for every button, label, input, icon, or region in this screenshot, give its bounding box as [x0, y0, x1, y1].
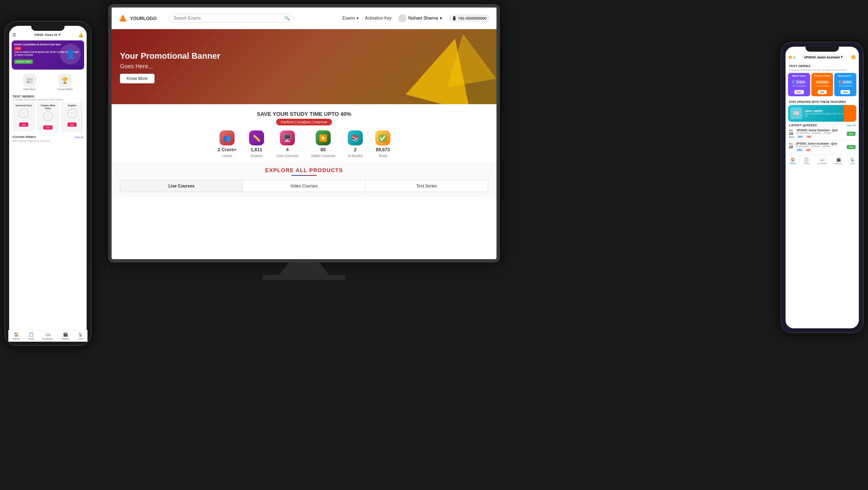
- tab-video-courses[interactable]: Video Courses: [243, 180, 365, 192]
- activation-key-nav[interactable]: Activation Key: [365, 16, 392, 20]
- users-icon: 👥: [219, 130, 234, 145]
- test-series-cards: Sectional Tests ○ Start Chapter Wise Tes…: [12, 102, 83, 132]
- enroll-button[interactable]: ENROLL NOW: [14, 60, 33, 64]
- left-phone: ☰ CBSE Class IX ▾ 🔔 START LEARNING IN IN…: [4, 21, 92, 346]
- live-courses-label: Live Courses: [277, 154, 299, 158]
- user-area[interactable]: Nishant Sharma ▾: [398, 14, 442, 22]
- rp-daily-news-accent: [844, 105, 856, 122]
- mock-tests-start-button[interactable]: Start: [794, 90, 804, 94]
- chevron-down-icon: ▾: [841, 55, 843, 59]
- chapter-start-button[interactable]: Start: [43, 125, 53, 130]
- exams-icon: ✏️: [249, 130, 264, 145]
- logo-icon: [118, 13, 128, 23]
- banner-decoration: [372, 29, 496, 104]
- know-more-button[interactable]: Know More: [120, 74, 155, 83]
- rp-view-all[interactable]: View All: [847, 124, 856, 127]
- explore-title: EXPLORE ALL PRODUCTS: [120, 167, 488, 173]
- quiz-2-start-button[interactable]: Start: [847, 145, 856, 149]
- avatar: [398, 14, 407, 22]
- english-card[interactable]: English ○ Start: [61, 102, 83, 132]
- phone-bottom-nav: 🏠 Home 📋 Tests 📖 E-Library 🎬 Videos 📡: [9, 330, 87, 341]
- chapter-wise-card[interactable]: Chapter Wise Tests ○ Start: [37, 102, 59, 132]
- current-affairs-header: Current Affairs View all: [9, 133, 87, 140]
- rp-practice-tests-card[interactable]: Practice Tests 🟡 34 Tests 0% Completed S…: [811, 73, 833, 96]
- website-content: YOURLOGO 🔍 Exams ▾ Activation Key Nishan…: [112, 8, 496, 259]
- stat-ebooks: 📚 2 E-Books: [348, 130, 363, 158]
- monitor-stand: [279, 262, 329, 275]
- nav-elibrary[interactable]: 📖 E-Library: [43, 332, 53, 340]
- sectional-start-button[interactable]: Start: [841, 90, 850, 94]
- rp-nav-tests[interactable]: 📋 Tests: [804, 158, 809, 165]
- monitor-container: YOURLOGO 🔍 Exams ▾ Activation Key Nishan…: [108, 4, 500, 288]
- quiz-item-2: May 28 UPSSSC Junior Assistant - Quiz 20…: [789, 140, 856, 154]
- english-progress-circle: ○: [67, 108, 77, 118]
- practice-tests-start-button[interactable]: Start: [818, 90, 827, 94]
- rp-sectional-card[interactable]: Sectional T... 🔴 21 Tests 0% Completed S…: [834, 73, 856, 96]
- rp-videos-icon: 🎬: [836, 158, 841, 162]
- stat-exams: ✏️ 1,611 Exams: [249, 130, 264, 158]
- rp-latest-quizzes: LATEST QUIZZES View All May 29 2024: [786, 122, 859, 155]
- chevron-down-icon: ▾: [59, 33, 60, 37]
- notification-icon[interactable]: 🔔: [78, 32, 83, 37]
- nav-home[interactable]: 🏠 Home: [13, 332, 20, 340]
- rp-mock-tests-card[interactable]: Mock Tests 🔵 14 Tests 0% Completed Start: [788, 73, 810, 96]
- sectional-progress-circle: ○: [19, 108, 29, 118]
- current-affairs-item[interactable]: 🏆 Current Affairs: [57, 74, 73, 90]
- ebooks-label: E-Books: [348, 154, 362, 158]
- banner-shape-2: [438, 29, 496, 87]
- exam-selector[interactable]: CBSE Class IX ▾: [34, 33, 60, 37]
- rp-nav-live[interactable]: 📡 Live: [850, 158, 855, 165]
- sectional-tests-card[interactable]: Sectional Tests ○ Start: [12, 102, 35, 132]
- promotional-banner: Your Promotional Banner Goes Here... Kno…: [112, 29, 496, 104]
- english-start-button[interactable]: Start: [67, 122, 77, 127]
- rp-nav-elibrary[interactable]: 📖 E-Library: [818, 158, 827, 165]
- users-label: Users: [222, 154, 232, 158]
- sectional-start-button[interactable]: Start: [19, 122, 29, 127]
- exams-label: Exams: [251, 154, 262, 158]
- spacer: [9, 142, 87, 167]
- chapter-progress-circle: ○: [43, 111, 53, 121]
- rp-nav-videos[interactable]: 🎬 Videos: [835, 158, 842, 165]
- right-phone: 📶 🔋 UPSSSC Junior Assistant ▾ 📶 TEST SER…: [781, 42, 864, 333]
- test-series-title: TEST SERIES: [12, 95, 83, 98]
- logo-text: YOURLOGO: [130, 16, 157, 21]
- exams-nav[interactable]: Exams ▾: [342, 16, 359, 20]
- quiz-2-date-area: May 28 UPSSSC Junior Assistant - Quiz 20…: [789, 142, 837, 152]
- banner-subtitle: Goes Here...: [120, 63, 220, 70]
- phone-area: 📱 +91-0000000000: [449, 15, 490, 22]
- hamburger-icon[interactable]: ☰: [12, 32, 16, 37]
- quiz-item-2-header: May 28 UPSSSC Junior Assistant - Quiz 20…: [789, 142, 856, 152]
- right-phone-header: 📶 🔋 UPSSSC Junior Assistant ▾ 📶: [786, 52, 859, 62]
- nav-live[interactable]: 📡 Live: [78, 332, 83, 340]
- ebooks-number: 2: [354, 147, 357, 152]
- rp-nav-home[interactable]: 🏠 Home: [790, 158, 796, 165]
- website-header: YOURLOGO 🔍 Exams ▾ Activation Key Nishan…: [112, 8, 496, 29]
- videos-icon: 🎬: [63, 332, 68, 337]
- rp-test-series-title: TEST SERIES: [786, 62, 859, 69]
- tests-icon: ✅: [375, 130, 390, 145]
- live-courses-icon: 🖥️: [280, 130, 295, 145]
- search-input[interactable]: [174, 16, 282, 20]
- quiz-item-1-header: May 29 2024 UPSSSC Junior Assistant - Qu…: [789, 129, 856, 138]
- view-all-link[interactable]: View all: [75, 136, 83, 138]
- stats-section: SAVE YOUR STUDY TIME UPTO 40% Perform | …: [112, 104, 496, 162]
- test-series-subtitle: Complete preparation with latest exam pa…: [12, 98, 83, 101]
- rp-daily-news[interactable]: 📰 DAILY NEWS DAILY UPDATES OF NEWS FOR Y…: [788, 105, 856, 122]
- rp-daily-news-thumbnail: 📰: [791, 108, 802, 119]
- stat-tests: ✅ 89,673 Tests: [375, 130, 390, 158]
- tab-test-series[interactable]: Test Series: [366, 180, 488, 192]
- search-bar[interactable]: 🔍: [169, 14, 294, 22]
- tab-live-courses[interactable]: Live Courses: [120, 180, 243, 192]
- rp-test-cards: Mock Tests 🔵 14 Tests 0% Completed Start…: [786, 73, 859, 99]
- daily-news-item[interactable]: 📰 Daily News: [23, 74, 36, 90]
- quiz-1-start-button[interactable]: Start: [847, 132, 856, 136]
- nav-videos[interactable]: 🎬 Videos: [62, 332, 69, 340]
- current-affairs-section-title: Current Affairs: [12, 135, 36, 139]
- video-courses-number: 80: [321, 147, 326, 152]
- rp-live-icon: 📡: [850, 158, 855, 162]
- rp-exam-selector[interactable]: UPSSSC Junior Assistant ▾: [802, 54, 845, 60]
- nav-tests[interactable]: 📋 Tests: [28, 332, 34, 340]
- tests-number: 89,673: [376, 147, 390, 152]
- right-phone-notch: [806, 47, 839, 52]
- banner-person-image: 👤: [60, 44, 81, 65]
